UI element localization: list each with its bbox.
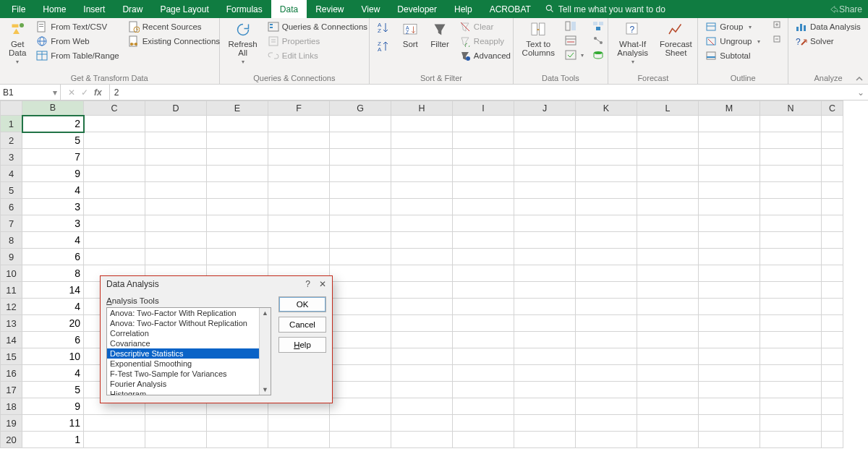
cell[interactable] — [699, 232, 760, 249]
reapply-filter-button[interactable]: Reapply — [456, 34, 514, 48]
remove-duplicates-button[interactable] — [562, 34, 587, 47]
cell[interactable] — [760, 265, 822, 282]
cell[interactable] — [637, 332, 699, 348]
cell[interactable] — [330, 315, 391, 332]
cell[interactable] — [699, 432, 760, 448]
what-if-analysis-button[interactable]: ? What-If Analysis ▾ — [613, 20, 652, 67]
cell[interactable] — [330, 232, 391, 249]
cell[interactable] — [699, 398, 760, 415]
cell[interactable] — [330, 199, 391, 215]
cell[interactable] — [330, 265, 391, 282]
analysis-tool-item[interactable]: Anova: Two-Factor Without Replication — [107, 318, 259, 328]
select-all-cell[interactable] — [1, 101, 22, 116]
cell[interactable] — [822, 432, 843, 448]
cell[interactable] — [391, 398, 453, 415]
expand-formula-bar-button[interactable]: ⌄ — [854, 87, 868, 98]
cell[interactable] — [699, 182, 760, 199]
cell[interactable] — [268, 432, 330, 448]
cell[interactable] — [145, 132, 207, 149]
cell[interactable] — [637, 348, 699, 365]
cell[interactable] — [822, 382, 843, 398]
cell[interactable] — [84, 232, 145, 249]
row-header[interactable]: 14 — [1, 332, 22, 348]
cell[interactable] — [760, 432, 822, 448]
tab-help[interactable]: Help — [446, 0, 481, 18]
cell[interactable]: 20 — [22, 315, 84, 332]
cell[interactable] — [453, 149, 514, 166]
cell[interactable]: 4 — [22, 299, 84, 315]
collapse-ribbon-button[interactable] — [855, 74, 864, 83]
cell[interactable] — [145, 166, 207, 182]
cell[interactable] — [330, 299, 391, 315]
cell[interactable] — [514, 332, 576, 348]
cell[interactable] — [760, 166, 822, 182]
refresh-all-button[interactable]: Refresh All ▾ — [224, 20, 262, 67]
cell[interactable]: 4 — [22, 232, 84, 249]
column-header[interactable]: C — [84, 101, 145, 116]
cell[interactable] — [330, 149, 391, 166]
cell[interactable] — [330, 215, 391, 232]
cell[interactable] — [145, 182, 207, 199]
cell[interactable] — [576, 348, 637, 365]
from-web-button[interactable]: From Web — [33, 34, 122, 48]
cell[interactable] — [514, 166, 576, 182]
cell[interactable] — [391, 265, 453, 282]
row-header[interactable]: 12 — [1, 299, 22, 315]
cell[interactable] — [514, 215, 576, 232]
filter-button[interactable]: Filter — [426, 20, 454, 50]
cell[interactable] — [637, 232, 699, 249]
cell[interactable] — [699, 332, 760, 348]
cell[interactable] — [822, 232, 843, 249]
cell[interactable] — [637, 365, 699, 382]
cell[interactable] — [391, 348, 453, 365]
cell[interactable] — [84, 116, 145, 132]
column-header[interactable]: D — [145, 101, 207, 116]
tab-draw[interactable]: Draw — [114, 0, 151, 18]
cell[interactable] — [268, 215, 330, 232]
cell[interactable] — [145, 215, 207, 232]
column-header[interactable]: J — [514, 101, 576, 116]
cell[interactable] — [453, 332, 514, 348]
cell[interactable] — [145, 415, 207, 432]
cell[interactable] — [453, 199, 514, 215]
cell[interactable] — [699, 348, 760, 365]
cell[interactable] — [576, 415, 637, 432]
tab-insert[interactable]: Insert — [75, 0, 114, 18]
share-button[interactable]: Share — [829, 0, 862, 18]
cell[interactable] — [145, 116, 207, 132]
cell[interactable] — [760, 182, 822, 199]
cell[interactable] — [453, 116, 514, 132]
tab-view[interactable]: View — [353, 0, 389, 18]
cell[interactable] — [576, 132, 637, 149]
cell[interactable] — [514, 348, 576, 365]
cell[interactable] — [637, 199, 699, 215]
tab-file[interactable]: File — [3, 0, 34, 18]
cell[interactable] — [330, 398, 391, 415]
analysis-tool-item[interactable]: Correlation — [107, 328, 259, 338]
row-header[interactable]: 5 — [1, 182, 22, 199]
cell[interactable] — [330, 132, 391, 149]
formula-input[interactable]: 2 — [110, 87, 854, 98]
cell[interactable] — [514, 232, 576, 249]
column-header[interactable]: F — [268, 101, 330, 116]
existing-connections-button[interactable]: Existing Connections — [125, 34, 223, 48]
from-text-csv-button[interactable]: From Text/CSV — [33, 20, 122, 34]
cell[interactable] — [576, 249, 637, 265]
analysis-tool-item[interactable]: Anova: Two-Factor With Replication — [107, 308, 259, 318]
cell[interactable] — [576, 398, 637, 415]
cell[interactable] — [822, 166, 843, 182]
cell[interactable] — [699, 282, 760, 299]
column-header[interactable]: N — [760, 101, 822, 116]
cell[interactable] — [760, 398, 822, 415]
cell[interactable] — [453, 166, 514, 182]
cell[interactable] — [637, 149, 699, 166]
column-header[interactable]: B — [22, 101, 84, 116]
cell[interactable] — [760, 315, 822, 332]
scroll-down-icon[interactable]: ▼ — [262, 386, 268, 393]
cell[interactable] — [760, 215, 822, 232]
cell[interactable]: 2 — [22, 116, 84, 132]
cell[interactable] — [514, 116, 576, 132]
cell[interactable] — [268, 132, 330, 149]
clear-filter-button[interactable]: Clear — [456, 20, 514, 34]
cell[interactable] — [760, 132, 822, 149]
